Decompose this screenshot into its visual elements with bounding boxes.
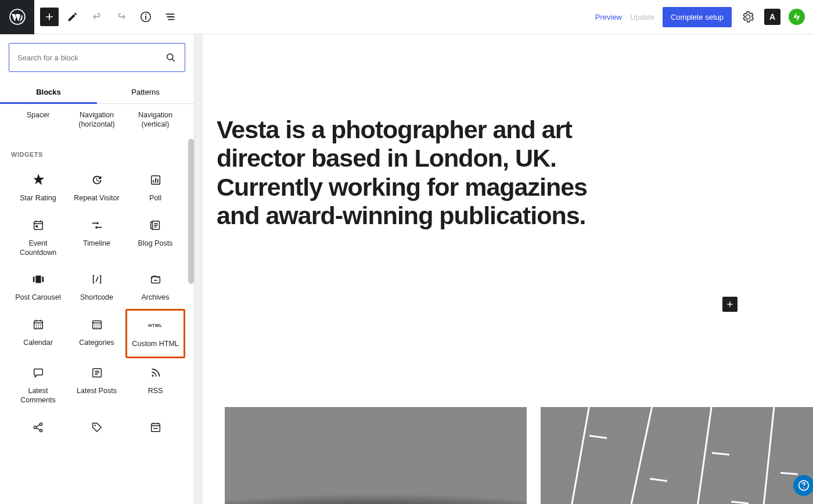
- svg-rect-14: [150, 222, 152, 228]
- svg-rect-9: [34, 221, 42, 229]
- block-custom-html[interactable]: HTML Custom HTML: [126, 309, 185, 358]
- settings-icon[interactable]: [740, 9, 756, 25]
- html-icon: HTML: [148, 318, 162, 334]
- svg-rect-3: [145, 14, 146, 15]
- add-block-inline-button[interactable]: [722, 297, 738, 312]
- svg-rect-39: [151, 423, 160, 431]
- block-navigation-vertical[interactable]: Navigation (vertical): [126, 104, 185, 136]
- svg-rect-17: [42, 277, 44, 282]
- svg-point-27: [94, 325, 95, 326]
- tab-patterns[interactable]: Patterns: [97, 81, 194, 103]
- search-icon: [165, 52, 177, 63]
- block-rss[interactable]: RSS: [126, 358, 185, 412]
- svg-rect-15: [35, 276, 41, 283]
- gallery-image-2[interactable]: [541, 407, 813, 504]
- block-timeline[interactable]: Timeline: [67, 210, 126, 264]
- block-share[interactable]: [9, 412, 67, 448]
- svg-point-23: [35, 326, 37, 327]
- history-icon: [91, 172, 103, 188]
- timeline-icon: [91, 217, 103, 233]
- block-latest-comments[interactable]: Latest Comments: [9, 358, 67, 412]
- edit-tool-icon[interactable]: [62, 6, 83, 27]
- svg-point-29: [98, 325, 99, 326]
- section-widgets-title: WIDGETS: [9, 136, 185, 165]
- latest-posts-icon: [91, 365, 103, 381]
- block-navigation-horizontal[interactable]: Navigation (horizontal): [67, 104, 126, 136]
- svg-point-4: [167, 54, 173, 60]
- svg-point-37: [39, 429, 42, 431]
- svg-rect-10: [35, 225, 38, 228]
- complete-setup-button[interactable]: Complete setup: [663, 7, 732, 27]
- tag-icon: [91, 419, 103, 435]
- jetpack-icon[interactable]: [789, 9, 805, 25]
- share-icon: [32, 419, 45, 435]
- calendar-range-icon: [149, 419, 162, 435]
- block-event-countdown[interactable]: Event Countdown: [9, 210, 67, 264]
- block-post-carousel[interactable]: Post Carousel: [9, 264, 67, 309]
- search-input-wrap[interactable]: [9, 43, 185, 72]
- block-star-rating[interactable]: Star Rating: [9, 165, 67, 210]
- tab-blocks[interactable]: Blocks: [0, 81, 97, 103]
- list-view-icon[interactable]: [160, 6, 181, 27]
- svg-point-22: [39, 325, 41, 326]
- svg-point-25: [39, 326, 41, 327]
- undo-icon[interactable]: [87, 6, 107, 27]
- categories-icon: [91, 316, 103, 333]
- block-repeat-visitor[interactable]: Repeat Visitor: [67, 165, 126, 210]
- block-poll[interactable]: Poll: [126, 165, 185, 210]
- editor-canvas[interactable]: Vesta is a photographer and art director…: [195, 34, 813, 504]
- carousel-icon: [31, 271, 45, 287]
- info-icon[interactable]: [135, 6, 156, 27]
- comment-icon: [32, 365, 45, 381]
- svg-point-28: [96, 325, 98, 326]
- rss-icon: [149, 365, 162, 381]
- star-icon: [32, 172, 45, 188]
- svg-point-21: [38, 325, 39, 326]
- svg-rect-2: [145, 16, 146, 19]
- svg-point-31: [96, 326, 98, 327]
- canvas-left-rail: [195, 34, 203, 504]
- block-blog-posts[interactable]: Blog Posts: [126, 210, 185, 264]
- calendar-icon: [32, 316, 45, 333]
- block-date[interactable]: [126, 412, 185, 448]
- search-input[interactable]: [17, 53, 165, 62]
- calendar-event-icon: [32, 217, 45, 233]
- block-tag[interactable]: [67, 412, 126, 448]
- svg-rect-7: [155, 178, 156, 183]
- svg-rect-6: [153, 180, 154, 183]
- toolbar-left: [34, 6, 186, 27]
- svg-point-30: [94, 326, 95, 327]
- block-spacer[interactable]: Spacer: [9, 104, 67, 136]
- inserter-tabs: Blocks Patterns: [0, 81, 194, 104]
- svg-rect-8: [157, 179, 158, 182]
- block-categories[interactable]: Categories: [67, 309, 126, 358]
- svg-point-24: [38, 326, 39, 327]
- svg-point-36: [39, 423, 42, 425]
- svg-point-41: [803, 487, 804, 488]
- gallery-image-1[interactable]: [225, 407, 527, 504]
- block-latest-posts[interactable]: Latest Posts: [67, 358, 126, 412]
- preview-button[interactable]: Preview: [595, 13, 622, 21]
- svg-point-12: [95, 226, 98, 229]
- svg-point-11: [96, 222, 99, 224]
- styles-button[interactable]: A: [764, 9, 780, 25]
- svg-point-32: [98, 326, 99, 327]
- toolbar-right: Preview Update Complete setup A: [595, 7, 813, 27]
- block-inserter-panel: Blocks Patterns Spacer Navigation (horiz…: [0, 34, 195, 504]
- page-headline[interactable]: Vesta is a photographer and art director…: [217, 116, 635, 231]
- svg-point-35: [34, 426, 36, 429]
- help-button[interactable]: [793, 475, 813, 496]
- add-block-toggle[interactable]: [40, 8, 59, 26]
- block-archives[interactable]: Archives: [126, 264, 185, 309]
- update-button: Update: [630, 13, 654, 21]
- image-gallery: [225, 407, 813, 504]
- wordpress-logo[interactable]: [0, 0, 34, 34]
- svg-point-20: [35, 325, 37, 326]
- block-shortcode[interactable]: Shortcode: [67, 264, 126, 309]
- redo-icon[interactable]: [111, 6, 132, 27]
- svg-rect-16: [33, 277, 34, 282]
- top-toolbar: Preview Update Complete setup A: [0, 0, 813, 34]
- svg-point-38: [94, 424, 95, 426]
- block-calendar[interactable]: Calendar: [9, 309, 67, 358]
- inserter-scrollbar[interactable]: [188, 139, 194, 284]
